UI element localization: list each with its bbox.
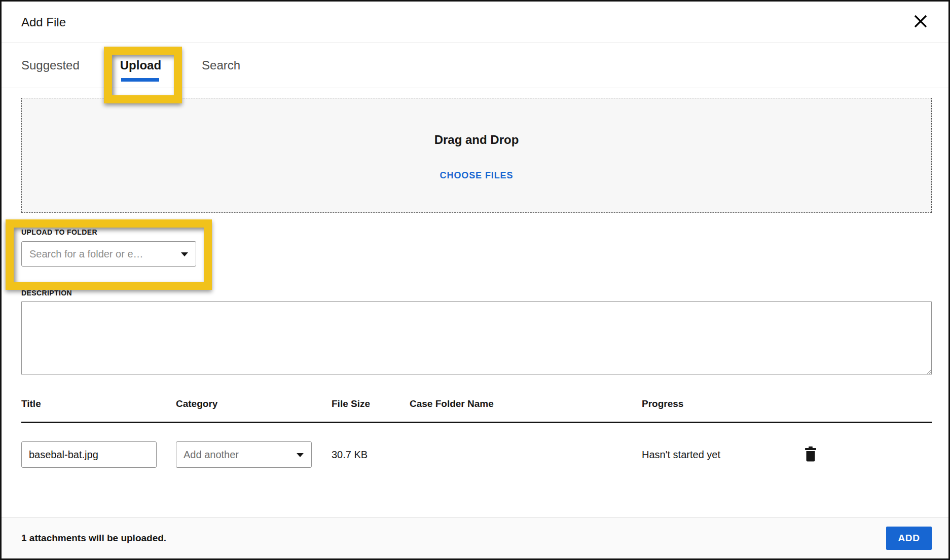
dialog-header: Add File: [2, 2, 948, 43]
dialog-footer: 1 attachments will be uploaded. ADD: [2, 517, 948, 558]
file-size-value: 30.7 KB: [332, 449, 410, 461]
column-header-category: Category: [176, 398, 332, 409]
column-header-file-size: File Size: [332, 398, 410, 409]
table-row: Add another 30.7 KB Hasn't started yet: [21, 423, 932, 468]
upload-to-folder-section: UPLOAD TO FOLDER: [21, 228, 932, 267]
drag-and-drop-zone[interactable]: Drag and Drop CHOOSE FILES: [21, 98, 932, 213]
upload-to-folder-input[interactable]: [21, 241, 196, 267]
column-header-case-folder-name: Case Folder Name: [410, 398, 642, 409]
add-button[interactable]: ADD: [886, 527, 932, 550]
category-dropdown[interactable]: Add another: [176, 441, 312, 468]
column-header-progress: Progress: [642, 398, 782, 409]
tab-bar: Suggested Upload Search: [2, 43, 948, 88]
dialog-title: Add File: [21, 15, 66, 29]
upload-summary-text: 1 attachments will be uploaded.: [21, 533, 166, 544]
upload-to-folder-label: UPLOAD TO FOLDER: [21, 228, 932, 236]
files-table-header: Title Category File Size Case Folder Nam…: [21, 388, 932, 423]
close-button[interactable]: [911, 13, 930, 32]
file-title-input[interactable]: [21, 441, 157, 468]
add-file-dialog: Add File Suggested Upload Search Drag an…: [0, 0, 950, 560]
files-table: Title Category File Size Case Folder Nam…: [21, 388, 932, 468]
close-icon: [913, 14, 928, 30]
tab-suggested[interactable]: Suggested: [21, 43, 80, 88]
dropzone-title: Drag and Drop: [434, 133, 519, 147]
trash-icon: [804, 446, 817, 463]
description-label: DESCRIPTION: [21, 289, 932, 297]
column-header-title: Title: [21, 398, 176, 409]
tab-search[interactable]: Search: [202, 43, 240, 88]
description-section: DESCRIPTION: [21, 289, 932, 377]
delete-file-button[interactable]: [802, 445, 819, 464]
description-textarea[interactable]: [21, 301, 932, 375]
progress-status: Hasn't started yet: [642, 449, 782, 461]
tab-upload[interactable]: Upload: [120, 43, 161, 88]
upload-to-folder-combo: [21, 241, 196, 267]
choose-files-button[interactable]: CHOOSE FILES: [440, 170, 514, 181]
